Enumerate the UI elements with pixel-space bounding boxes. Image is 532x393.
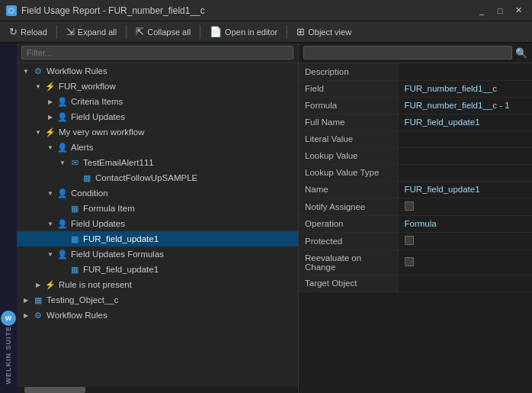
tree-node-icon: 👤 — [56, 143, 69, 153]
tree-item[interactable]: ▶⚡Rule is not present — [17, 277, 298, 292]
open-in-editor-button[interactable]: 📄 Open in editor — [204, 23, 284, 41]
tree-arrow-icon[interactable]: ▼ — [44, 144, 56, 151]
tree-item-label: Field Updates — [71, 219, 295, 228]
tree-item[interactable]: ▼✉TestEmailAlert111 — [17, 155, 298, 170]
object-view-button[interactable]: ⊞ Object view — [290, 23, 357, 41]
tree-item-label: FUR_field_update1 — [83, 265, 295, 274]
tree-item[interactable]: ▼👤Field Updates — [17, 216, 298, 231]
tree-item-label: ContactFollowUpSAMPLE — [95, 173, 295, 182]
tree-item[interactable]: ▼👤Field Updates Formulas — [17, 246, 298, 262]
tree-item[interactable]: ▦ContactFollowUpSAMPLE — [17, 170, 298, 185]
tree-item[interactable]: ▶⚙Workflow Rules — [17, 308, 298, 323]
tree-item-label: FUR_field_update1 — [83, 234, 295, 243]
reload-button[interactable]: ↻ Reload — [3, 23, 53, 41]
tree-node-icon: ▦ — [32, 295, 44, 305]
close-button[interactable]: ✕ — [511, 3, 526, 18]
property-value: FUR_number_field1__c - 1 — [398, 97, 532, 114]
tree-container[interactable]: ▼⚙Workflow Rules▼⚡FUR_workflow▶👤Criteria… — [17, 63, 298, 387]
tree-item[interactable]: ▦FUR_field_update1 — [17, 262, 298, 277]
tree-arrow-icon[interactable]: ▶ — [20, 312, 32, 319]
tree-node-icon: ⚡ — [44, 82, 56, 92]
tree-item-label: Alerts — [71, 143, 295, 152]
filter-bar — [17, 43, 298, 63]
tree-arrow-icon[interactable]: ▶ — [32, 282, 44, 288]
expand-all-button[interactable]: ⇲ Expand all — [60, 23, 123, 41]
tree-item-label: Testing_Object__c — [46, 295, 295, 304]
collapse-all-button[interactable]: ⇱ Collapse all — [130, 23, 197, 41]
property-checkbox[interactable] — [405, 236, 414, 245]
maximize-button[interactable]: □ — [492, 3, 508, 18]
property-value — [398, 250, 532, 275]
tree-arrow-icon[interactable]: ▶ — [20, 297, 32, 304]
minimize-button[interactable]: _ — [474, 3, 489, 18]
property-key: Operation — [299, 215, 398, 232]
main-area: W WELKIN SUITE ▼⚙Workflow Rules▼⚡FUR_wor… — [0, 43, 532, 393]
toolbar-separator-1 — [56, 25, 57, 39]
property-checkbox[interactable] — [405, 201, 414, 211]
tree-arrow-icon[interactable]: ▼ — [44, 221, 56, 227]
tree-arrow-icon[interactable]: ▼ — [56, 159, 69, 166]
tree-node-icon: ⚙ — [32, 66, 44, 76]
tree-item-label: Condition — [71, 188, 295, 198]
property-value: FUR_field_update1 — [398, 114, 532, 130]
scrollbar-thumb[interactable] — [24, 387, 85, 393]
tree-arrow-icon[interactable]: ▶ — [44, 114, 56, 121]
tree-node-icon: ⚙ — [32, 311, 44, 321]
object-view-label: Object view — [308, 27, 351, 37]
tree-item-label: FUR_workflow — [59, 82, 295, 91]
property-row: FormulaFUR_number_field1__c - 1 — [299, 97, 532, 114]
collapse-all-label: Collapse all — [147, 27, 191, 37]
property-key: Full Name — [299, 114, 398, 130]
tree-arrow-icon[interactable]: ▼ — [20, 68, 32, 75]
tree-item[interactable]: ▼👤Alerts — [17, 140, 298, 155]
brand-logo: W — [1, 311, 16, 326]
tree-arrow-icon[interactable]: ▼ — [44, 190, 56, 197]
tree-item[interactable]: ▦Formula Item — [17, 201, 298, 216]
tree-item[interactable]: ▶👤Criteria Items — [17, 94, 298, 109]
filter-input[interactable] — [21, 46, 293, 60]
tree-arrow-icon[interactable]: ▶ — [44, 98, 56, 105]
property-key: Reevaluate on Change — [299, 250, 398, 275]
tree-arrow-icon[interactable]: ▼ — [32, 83, 44, 90]
collapse-all-icon: ⇱ — [136, 26, 144, 37]
window-controls: _ □ ✕ — [474, 3, 526, 18]
tree-item[interactable]: ▶▦Testing_Object__c — [17, 292, 298, 308]
tree-item[interactable]: ▼⚡My very own workflow — [17, 124, 298, 140]
tree-item[interactable]: ▼👤Condition — [17, 185, 298, 201]
property-value: FUR_field_update1 — [398, 181, 532, 198]
property-row: Lookup Value Type — [299, 164, 532, 181]
object-view-icon: ⊞ — [296, 26, 305, 37]
search-icon: 🔍 — [515, 47, 527, 59]
tree-arrow-icon[interactable]: ▼ — [32, 129, 44, 136]
property-key: Lookup Value Type — [299, 164, 398, 181]
tree-node-icon: 👤 — [56, 250, 69, 259]
left-panel: ▼⚙Workflow Rules▼⚡FUR_workflow▶👤Criteria… — [17, 43, 299, 393]
tree-node-icon: 👤 — [56, 97, 69, 107]
tree-node-icon: ▦ — [69, 265, 81, 275]
right-panel: 🔍 DescriptionFieldFUR_number_field1__cFo… — [299, 43, 532, 393]
tree-node-icon: 👤 — [56, 112, 69, 122]
property-checkbox[interactable] — [405, 257, 414, 266]
tree-node-icon: ✉ — [69, 158, 81, 168]
tree-item[interactable]: ▦FUR_field_update1 — [17, 231, 298, 246]
tree-item[interactable]: ▼⚡FUR_workflow — [17, 79, 298, 94]
property-row: Target Object — [299, 275, 532, 292]
tree-arrow-icon[interactable]: ▼ — [44, 251, 56, 258]
open-in-editor-label: Open in editor — [225, 27, 277, 37]
toolbar-separator-3 — [200, 25, 200, 39]
reload-icon: ↻ — [9, 26, 18, 37]
property-key: Protected — [299, 232, 398, 250]
expand-all-label: Expand all — [78, 27, 117, 37]
properties-search-input[interactable] — [303, 46, 512, 60]
tree-item-label: Field Updates Formulas — [71, 250, 295, 259]
property-value — [398, 275, 532, 292]
horizontal-scrollbar[interactable] — [17, 387, 298, 393]
tree-item[interactable]: ▶👤Field Updates — [17, 109, 298, 124]
tree-item[interactable]: ▼⚙Workflow Rules — [17, 63, 298, 79]
property-row: Description — [299, 63, 532, 80]
open-in-editor-icon: 📄 — [210, 26, 222, 37]
property-value — [398, 130, 532, 147]
tree-item-label: My very own workflow — [59, 127, 295, 137]
expand-all-icon: ⇲ — [66, 26, 75, 37]
brand-sidebar: W WELKIN SUITE — [0, 43, 17, 393]
